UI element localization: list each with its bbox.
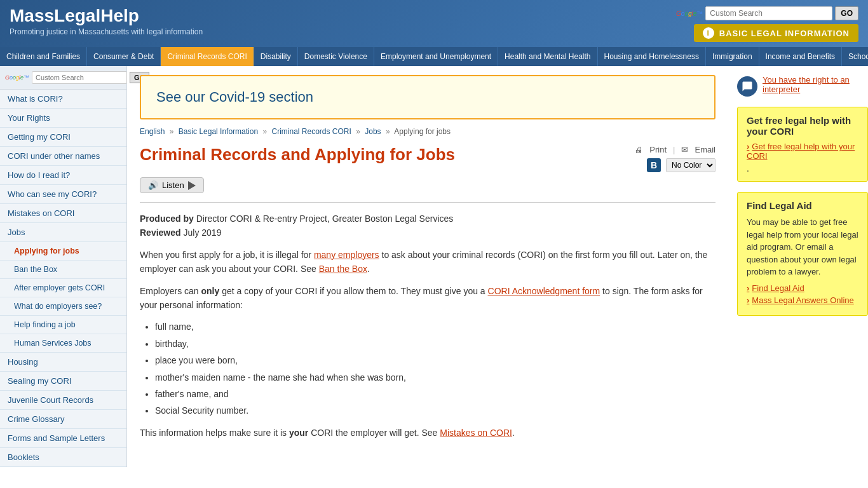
ban-the-box-link[interactable]: Ban the Box: [319, 264, 367, 274]
find-legal-aid-box: Find Legal Aid You may be able to get fr…: [737, 192, 868, 316]
article-divider: [140, 202, 715, 203]
page-title: Criminal Records and Applying for Jobs: [140, 145, 455, 165]
site-header: MassLegalHelp Promoting justice in Massa…: [0, 0, 868, 47]
breadcrumb-english[interactable]: English: [140, 127, 165, 136]
sidebar-item-human-services-jobs[interactable]: Human Services Jobs: [0, 334, 126, 353]
your-bold: your: [289, 428, 308, 438]
nav-item-children[interactable]: Children and Families: [0, 47, 87, 66]
body-paragraph-1: When you first apply for a job, it is il…: [140, 248, 715, 276]
produced-by-value: Director CORI & Re-entry Project, Greate…: [196, 214, 454, 224]
listen-button[interactable]: 🔊 Listen: [140, 177, 204, 193]
find-aid-title: Find Legal Aid: [747, 200, 858, 211]
nav-item-employment[interactable]: Employment and Unemployment: [374, 47, 498, 66]
site-logo: MassLegalHelp Promoting justice in Massa…: [10, 6, 203, 36]
produced-by-label: Produced by: [140, 214, 194, 224]
sidebar-item-what-is-cori[interactable]: What is CORI?: [0, 90, 126, 109]
breadcrumb-basic-legal[interactable]: Basic Legal Information: [179, 127, 258, 136]
nav-item-cori[interactable]: Criminal Records CORI: [161, 47, 254, 66]
play-icon: [188, 181, 196, 190]
mass-legal-answers-link[interactable]: Mass Legal Answers Online: [747, 295, 858, 305]
header-search-input[interactable]: [705, 6, 832, 20]
sidebar-item-housing[interactable]: Housing: [0, 353, 126, 372]
basic-legal-info-banner[interactable]: i BASIC LEGAL INFORMATION: [694, 24, 858, 42]
breadcrumb-sep-1: »: [170, 127, 174, 136]
b-icon: B: [647, 158, 661, 172]
print-email-bar: 🖨 Print | ✉ Email: [635, 145, 715, 154]
list-item-fathers-name: father's name, and: [155, 387, 715, 401]
breadcrumb-jobs[interactable]: Jobs: [365, 127, 381, 136]
listen-bar: 🔊 Listen: [140, 177, 715, 193]
many-employers-link[interactable]: many employers: [314, 250, 379, 260]
cori-acknowledgment-link[interactable]: CORI Acknowledgment form: [488, 286, 600, 296]
chat-icon: [742, 81, 753, 92]
produced-by: Produced by Director CORI & Re-entry Pro…: [140, 212, 715, 240]
sidebar-item-forms[interactable]: Forms and Sample Letters: [0, 429, 126, 448]
listen-label: Listen: [162, 180, 184, 190]
nav-item-health[interactable]: Health and Mental Health: [498, 47, 597, 66]
breadcrumb-current: Applying for jobs: [394, 127, 451, 136]
only-bold: only: [201, 286, 219, 296]
email-link[interactable]: Email: [695, 145, 715, 154]
nav-item-income[interactable]: Income and Benefits: [759, 47, 842, 66]
sidebar-item-crime-glossary[interactable]: Crime Glossary: [0, 410, 126, 429]
mistakes-on-cori-link[interactable]: Mistakes on CORI: [440, 428, 512, 438]
sidebar-item-who-can-see[interactable]: Who can see my CORI?: [0, 185, 126, 204]
personal-info-list: full name, birthday, place you were born…: [155, 320, 715, 417]
sidebar-item-getting-cori[interactable]: Getting my CORI: [0, 128, 126, 147]
sidebar-item-what-employers-see[interactable]: What do employers see?: [0, 297, 126, 316]
nav-item-school[interactable]: School: [842, 47, 868, 66]
basic-legal-info-label: BASIC LEGAL INFORMATION: [719, 29, 850, 38]
sidebar-item-ban-the-box[interactable]: Ban the Box: [0, 261, 126, 279]
reviewed-value: July 2019: [183, 227, 221, 238]
email-icon: ✉: [681, 145, 688, 154]
body-paragraph-2: Employers can only get a copy of your CO…: [140, 284, 715, 313]
article-body: Produced by Director CORI & Re-entry Pro…: [140, 212, 715, 440]
header-right: Google™ GO i BASIC LEGAL INFORMATION: [676, 6, 858, 42]
sidebar-item-applying-jobs[interactable]: Applying for jobs: [0, 242, 126, 261]
breadcrumb-sep-2: »: [262, 127, 267, 136]
color-select[interactable]: No Color: [666, 158, 715, 172]
right-sidebar: You have the right to an interpreter Get…: [728, 66, 868, 467]
free-help-link[interactable]: Get free legal help with your CORI: [747, 142, 858, 161]
sidebar-item-juvenile[interactable]: Juvenile Court Records: [0, 391, 126, 410]
sidebar-item-after-employer[interactable]: After employer gets CORI: [0, 279, 126, 297]
covid-banner[interactable]: See our Covid-19 section: [140, 75, 715, 119]
list-item-birthday: birthday,: [155, 337, 715, 351]
list-item-mothers-name: mother's maiden name - the name she had …: [155, 370, 715, 384]
sidebar-item-cori-other-names[interactable]: CORI under other names: [0, 147, 126, 166]
sidebar-item-booklets[interactable]: Booklets: [0, 448, 126, 467]
sidebar-item-help-finding-job[interactable]: Help finding a job: [0, 316, 126, 334]
sidebar-item-jobs[interactable]: Jobs: [0, 223, 126, 242]
list-item-place-born: place you were born,: [155, 353, 715, 367]
nav-item-disability[interactable]: Disability: [254, 47, 298, 66]
covid-banner-text: See our Covid-19 section: [156, 89, 313, 105]
sidebar-item-sealing-cori[interactable]: Sealing my CORI: [0, 372, 126, 391]
site-title: MassLegalHelp: [10, 6, 203, 26]
header-search-go-button[interactable]: GO: [835, 6, 858, 20]
site-tagline: Promoting justice in Massachusetts with …: [10, 27, 203, 36]
print-icon: 🖨: [635, 145, 643, 154]
nav-item-domestic[interactable]: Domestic Violence: [298, 47, 374, 66]
find-legal-aid-link[interactable]: Find Legal Aid: [747, 283, 858, 293]
sidebar-google-label: Google™: [5, 74, 29, 81]
breadcrumb-sep-4: »: [386, 127, 390, 136]
header-search-bar: Google™ GO: [676, 6, 858, 20]
interpreter-box: You have the right to an interpreter: [737, 75, 868, 97]
breadcrumb-cori[interactable]: Criminal Records CORI: [272, 127, 351, 136]
speaker-icon: 🔊: [148, 180, 158, 190]
info-bubble-icon: i: [703, 27, 714, 39]
interpreter-link[interactable]: You have the right to an interpreter: [763, 75, 868, 94]
sidebar-item-how-read[interactable]: How do I read it?: [0, 166, 126, 185]
print-email-sep: |: [673, 145, 675, 154]
nav-item-immigration[interactable]: Immigration: [706, 47, 759, 66]
nav-item-consumer[interactable]: Consumer & Debt: [87, 47, 161, 66]
print-link[interactable]: Print: [649, 145, 667, 154]
reviewed-label: Reviewed: [140, 227, 181, 238]
free-help-title: Get free legal help with your CORI: [747, 115, 858, 137]
nav-item-housing[interactable]: Housing and Homelessness: [598, 47, 706, 66]
sidebar-item-your-rights[interactable]: Your Rights: [0, 109, 126, 128]
sidebar-search-input[interactable]: [32, 71, 127, 84]
google-label: Google™: [676, 10, 703, 17]
content-area: See our Covid-19 section English » Basic…: [127, 66, 728, 467]
sidebar-item-mistakes[interactable]: Mistakes on CORI: [0, 204, 126, 223]
